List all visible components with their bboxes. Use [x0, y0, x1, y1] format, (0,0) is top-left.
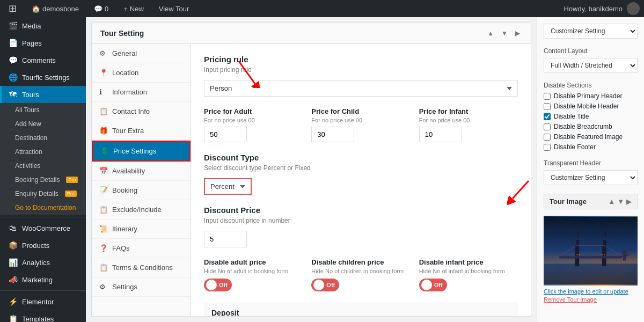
admin-sidebar: 🎬 Media 📄 Pages 💬 Comments 🌐 Tourfic Set…: [0, 17, 86, 322]
sub-nav-contact-info[interactable]: 📋 Contact Info: [92, 102, 191, 121]
collapse-down-icon[interactable]: ▼: [499, 28, 510, 38]
remove-image-link[interactable]: Remove Tour Image: [544, 296, 638, 303]
media-icon: 🎬: [8, 21, 18, 30]
terms-icon: 📋: [99, 264, 108, 272]
wp-logo-icon[interactable]: ⊞: [4, 0, 21, 17]
transparent-header-select[interactable]: Customizer Setting Yes No: [544, 170, 638, 185]
toggle-off-label-infant: Off: [434, 282, 443, 288]
sidebar-item-tours[interactable]: 🗺 Tours: [0, 86, 86, 103]
transparent-header-label: Transparent Header: [544, 159, 638, 167]
discount-type-hint: Select discount type Percent or Fixed: [204, 164, 518, 172]
sidebar-item-comments[interactable]: 💬 Comments: [0, 52, 86, 69]
submenu-all-tours[interactable]: All Tours: [0, 103, 86, 117]
contact-icon: 📋: [99, 107, 108, 115]
submenu-enquiry-details[interactable]: Enquiry Details Pro: [0, 187, 86, 201]
sidebar-item-tourfic[interactable]: 🌐 Tourfic Settings: [0, 69, 86, 86]
sub-nav-location[interactable]: 📍 Location: [92, 63, 191, 83]
sidebar-item-templates[interactable]: 📋 Templates: [0, 310, 86, 322]
price-infant-hint: For no price use 00: [419, 117, 518, 123]
red-arrow-1: [233, 61, 266, 88]
comments-icon: 💬: [8, 56, 18, 64]
svg-point-16: [602, 254, 603, 255]
submenu-attraction[interactable]: Attraction: [0, 145, 86, 159]
disable-breadcrumb-item: Disable Breadcrumb: [544, 123, 638, 130]
sub-nav-availability[interactable]: 📅 Availability: [92, 162, 191, 181]
collapse-up-icon[interactable]: ▲: [485, 28, 496, 38]
information-icon: ℹ: [99, 88, 108, 96]
submenu-go-to-docs[interactable]: Go to Documentation: [0, 201, 86, 215]
tour-image-placeholder: [544, 216, 638, 286]
sub-nav-faqs[interactable]: ❓ FAQs: [92, 239, 191, 258]
price-adult-field: Price for Adult For no price use 00: [204, 107, 303, 142]
sidebar-item-media[interactable]: 🎬 Media: [0, 17, 86, 34]
discount-type-select[interactable]: Percent Fixed: [204, 178, 252, 195]
click-image-link[interactable]: Click the image to edit or update: [544, 288, 638, 295]
tour-image-panel-header: Tour Image ▲ ▼ ▶: [544, 194, 638, 209]
disable-children-toggle[interactable]: Off: [311, 279, 339, 291]
submenu-activities[interactable]: Activities: [0, 159, 86, 173]
sub-nav-booking[interactable]: 📝 Booking: [92, 181, 191, 200]
content-layout-select[interactable]: Full Width / Stretched Boxed: [544, 58, 638, 73]
disable-mobile-header-checkbox[interactable]: [544, 103, 551, 110]
sidebar-item-marketing[interactable]: 📣 Marketing: [0, 271, 86, 288]
admin-avatar[interactable]: [627, 2, 640, 15]
toggle-off-label-adult: Off: [219, 282, 228, 288]
disable-children-label: Disable children price: [311, 258, 410, 266]
comments-icon-bar[interactable]: 💬 0: [90, 0, 113, 17]
sub-nav-price-settings[interactable]: 💲 Price Settings: [92, 141, 191, 162]
svg-line-0: [239, 61, 255, 84]
sidebar-item-elementor[interactable]: ⚡ Elementor: [0, 293, 86, 310]
toggle-off-label-children: Off: [326, 282, 335, 288]
faqs-icon: ❓: [99, 244, 108, 252]
sub-nav-settings[interactable]: ⚙ Settings: [92, 277, 191, 297]
disable-footer-checkbox[interactable]: [544, 144, 551, 151]
panel-header-controls: ▲ ▼ ▶: [485, 28, 522, 38]
new-button[interactable]: + New: [119, 0, 148, 17]
disable-title-checkbox[interactable]: [544, 113, 551, 120]
tour-image-up-icon[interactable]: ▲: [608, 197, 615, 206]
sub-nav-terms[interactable]: 📋 Terms & Conditions: [92, 258, 191, 277]
close-panel-icon[interactable]: ▶: [513, 28, 522, 38]
price-child-input[interactable]: [311, 127, 354, 142]
customizer-setting-select[interactable]: Customizer Setting Custom Setting: [544, 24, 638, 39]
disable-adult-toggle[interactable]: Off: [204, 279, 232, 291]
price-infant-input[interactable]: [419, 127, 462, 142]
content-area: ⚙ General 📍 Location ℹ Information 📋 Con…: [92, 44, 531, 317]
sub-nav-information[interactable]: ℹ Information: [92, 83, 191, 102]
tourfic-icon: 🌐: [8, 73, 18, 82]
tour-image-down-icon[interactable]: ▼: [617, 197, 624, 206]
tour-image-close-icon[interactable]: ▶: [626, 197, 632, 206]
discount-price-title: Discount Price: [204, 206, 518, 215]
tour-image-panel-title: Tour Image: [550, 197, 587, 206]
site-link[interactable]: 🏠 demosbone: [27, 0, 83, 17]
submenu-booking-details[interactable]: Booking Details Pro: [0, 173, 86, 187]
svg-point-15: [579, 254, 580, 255]
discount-price-input[interactable]: [204, 231, 247, 247]
disable-footer-item: Disable Footer: [544, 143, 638, 151]
sub-nav-itinerary[interactable]: 📜 Itinerary: [92, 219, 191, 239]
price-child-field: Price for Child For no price use 00: [311, 107, 410, 142]
svg-line-1: [513, 181, 529, 199]
submenu-add-new[interactable]: Add New: [0, 117, 86, 131]
price-adult-input[interactable]: [204, 127, 247, 142]
sidebar-item-analytics[interactable]: 📊 Analytics: [0, 254, 86, 271]
customizer-section: Customizer Setting Custom Setting: [544, 24, 638, 39]
disable-breadcrumb-checkbox[interactable]: [544, 123, 551, 130]
sidebar-item-products[interactable]: 📦 Products: [0, 237, 86, 254]
sub-nav-general[interactable]: ⚙ General: [92, 44, 191, 63]
admin-bar: ⊞ 🏠 demosbone 💬 0 + New View Tour Howdy,…: [0, 0, 644, 17]
sidebar-item-pages[interactable]: 📄 Pages: [0, 34, 86, 52]
sidebar-item-woocommerce[interactable]: 🛍 WooCommerce: [0, 219, 86, 237]
main-content: Tour Setting ▲ ▼ ▶ ⚙ General 📍 Locati: [86, 17, 644, 322]
tour-setting-panel: Tour Setting ▲ ▼ ▶ ⚙ General 📍 Locati: [91, 23, 531, 317]
tour-image-box[interactable]: [544, 216, 638, 286]
price-infant-label: Price for Infant: [419, 107, 518, 115]
view-tour-link[interactable]: View Tour: [155, 0, 194, 17]
sub-nav-tour-extra[interactable]: 🎁 Tour Extra: [92, 121, 191, 141]
sub-nav-exclude-include[interactable]: 📋 Exclude/Include: [92, 200, 191, 219]
disable-featured-image-checkbox[interactable]: [544, 134, 551, 141]
disable-primary-header-item: Disable Primary Header: [544, 92, 638, 100]
disable-primary-header-checkbox[interactable]: [544, 93, 551, 100]
disable-infant-toggle[interactable]: Off: [419, 279, 447, 291]
submenu-destination[interactable]: Destination: [0, 131, 86, 145]
